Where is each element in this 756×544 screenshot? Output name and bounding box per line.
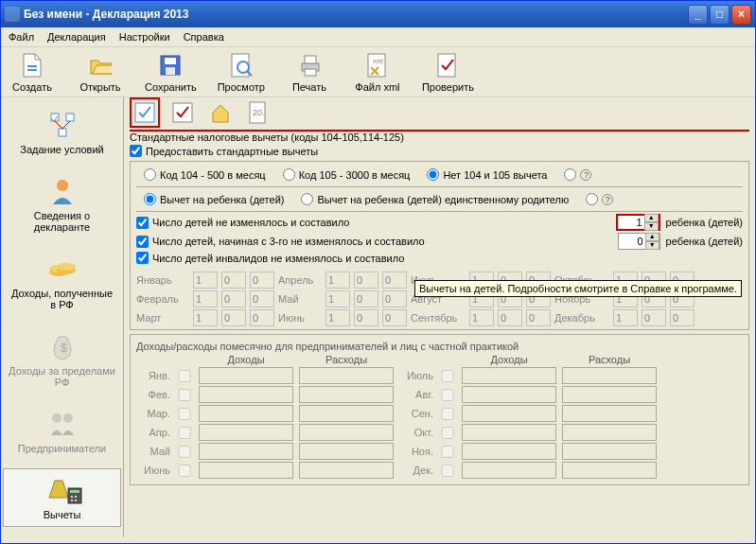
provide-standard-checkbox[interactable] — [130, 145, 142, 157]
radio-child-single[interactable] — [301, 193, 313, 205]
radio-child[interactable] — [144, 193, 156, 205]
svg-rect-16 — [59, 129, 66, 136]
radio-no-104-105[interactable] — [427, 168, 439, 181]
up-arrow-icon[interactable]: ▲ — [645, 233, 659, 241]
help-icon[interactable]: ? — [602, 194, 613, 205]
app-icon — [5, 7, 20, 22]
radio-extra2[interactable] — [586, 193, 598, 205]
menu-declaration[interactable]: Декларация — [47, 31, 106, 43]
children-from-3-input[interactable] — [619, 236, 645, 247]
section-tabs: 20.. — [130, 97, 749, 128]
svg-rect-4 — [166, 67, 175, 75]
income-expense-panel: Доходы/расходы помесячно для предпринима… — [130, 334, 749, 485]
month-checkbox — [439, 370, 456, 382]
folder-open-icon — [89, 51, 112, 79]
svg-rect-3 — [165, 58, 176, 64]
svg-point-26 — [63, 413, 73, 423]
svg-rect-13 — [438, 54, 455, 77]
down-arrow-icon[interactable]: ▼ — [645, 241, 659, 250]
check-icon — [436, 51, 459, 79]
tab-property-deductions[interactable] — [205, 97, 236, 128]
create-button[interactable]: Создать — [9, 51, 56, 93]
save-icon — [159, 51, 182, 79]
conditions-icon — [47, 110, 78, 140]
menu-help[interactable]: Справка — [184, 31, 224, 43]
preview-icon — [230, 51, 253, 79]
children-count-input[interactable] — [618, 217, 644, 228]
tab-social-deductions[interactable] — [167, 97, 198, 128]
sidebar-item-declarant[interactable]: Сведения о декларанте — [3, 169, 121, 239]
sidebar-item-label: Доходы, полученные в РФ — [8, 288, 116, 310]
toolbar: Создать Открыть Сохранить Просмотр Печат… — [1, 47, 755, 97]
minimize-button[interactable]: _ — [688, 5, 708, 25]
provide-standard-label: Предоставить стандартные вычеты — [146, 146, 318, 157]
xml-file-icon: xml — [366, 51, 389, 79]
tab-standard-deductions[interactable] — [130, 97, 160, 128]
svg-point-19 — [57, 180, 68, 191]
children-from-3-checkbox[interactable] — [136, 236, 149, 248]
check-button[interactable]: Проверить — [422, 51, 474, 93]
save-button[interactable]: Сохранить — [145, 51, 197, 93]
month-checkbox — [439, 465, 456, 477]
coins-icon — [47, 254, 78, 284]
expense-field — [299, 367, 394, 384]
filexml-button[interactable]: xml Файл xml — [354, 51, 401, 93]
svg-rect-1 — [27, 69, 37, 71]
person-icon — [47, 176, 78, 206]
print-button[interactable]: Печать — [286, 51, 333, 93]
svg-point-30 — [75, 496, 77, 498]
svg-rect-5 — [232, 54, 249, 77]
sidebar-item-label: Предприниматели — [18, 443, 106, 454]
svg-text:$: $ — [61, 342, 67, 355]
section-title: Стандартные налоговые вычеты (коды 104-1… — [130, 130, 749, 143]
menu-settings[interactable]: Настройки — [119, 31, 170, 43]
sidebar-item-income-abroad: $ Доходы за пределами РФ — [3, 325, 121, 395]
sidebar-item-conditions[interactable]: Задание условий — [3, 103, 121, 162]
titlebar: Без имени - Декларация 2013 _ □ × — [1, 1, 755, 27]
svg-point-31 — [71, 500, 73, 501]
svg-line-18 — [62, 121, 70, 129]
sidebar: Задание условий Сведения о декларанте До… — [1, 97, 124, 537]
radio-code-105[interactable] — [283, 168, 295, 181]
radio-code-104[interactable] — [144, 168, 156, 181]
svg-rect-0 — [27, 65, 37, 67]
month-checkbox — [176, 389, 193, 401]
month-checkbox — [439, 446, 456, 458]
month-checkbox — [439, 427, 456, 439]
sidebar-item-label: Доходы за пределами РФ — [8, 365, 116, 388]
radio-extra1[interactable] — [564, 168, 576, 181]
close-button[interactable]: × — [731, 5, 751, 25]
month-checkbox — [176, 465, 193, 477]
children-from-3-spinner[interactable]: ▲▼ — [618, 233, 660, 250]
svg-point-23 — [57, 263, 76, 271]
tab-other-deductions[interactable]: 20.. — [243, 97, 273, 128]
income-field — [199, 367, 293, 384]
children-count-checkbox[interactable] — [136, 217, 149, 229]
open-button[interactable]: Открыть — [77, 51, 124, 93]
content: 20.. Стандартные налоговые вычеты (коды … — [124, 97, 755, 537]
menubar: Файл Декларация Настройки Справка — [1, 27, 755, 47]
sidebar-item-entrepreneurs: Предприниматели — [3, 402, 121, 461]
preview-button[interactable]: Просмотр — [218, 51, 265, 93]
svg-rect-28 — [70, 490, 79, 493]
money-bag-icon: $ — [47, 331, 78, 361]
down-arrow-icon[interactable]: ▼ — [644, 222, 659, 231]
svg-point-25 — [52, 413, 62, 423]
svg-rect-9 — [305, 56, 316, 63]
month-checkbox — [176, 446, 193, 458]
sidebar-item-income-rf[interactable]: Доходы, полученные в РФ — [3, 247, 121, 317]
sidebar-item-deductions[interactable]: Вычеты — [3, 468, 121, 527]
children-count-spinner[interactable]: ▲▼ — [616, 214, 660, 231]
income-field — [462, 367, 556, 384]
up-arrow-icon[interactable]: ▲ — [644, 214, 659, 222]
svg-line-17 — [55, 121, 62, 129]
maximize-button[interactable]: □ — [710, 5, 730, 25]
menu-file[interactable]: Файл — [9, 31, 34, 43]
expense-field — [562, 367, 657, 384]
month-checkbox — [176, 370, 193, 382]
svg-text:xml: xml — [373, 58, 383, 64]
svg-rect-10 — [305, 69, 316, 76]
children-disabled-checkbox[interactable] — [136, 252, 149, 264]
help-icon[interactable]: ? — [580, 169, 591, 181]
month-checkbox — [439, 408, 456, 420]
